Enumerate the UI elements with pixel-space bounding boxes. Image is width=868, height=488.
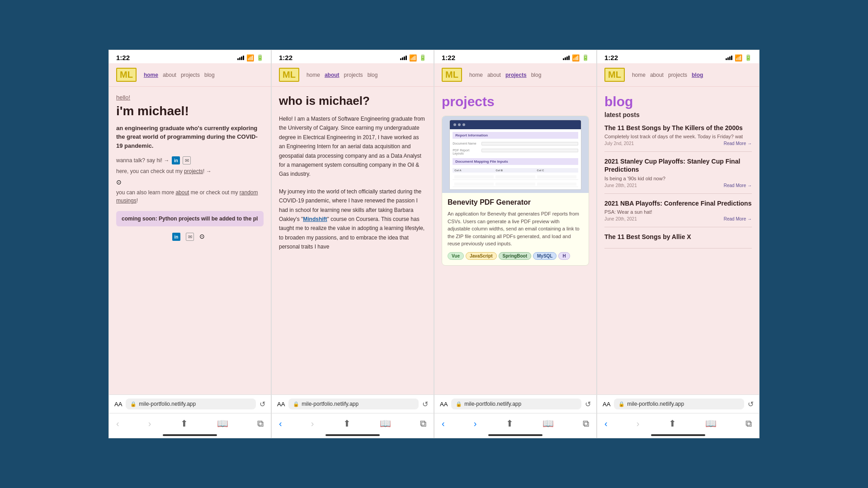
- nav-home-2[interactable]: home: [307, 72, 320, 78]
- nav-logo-1[interactable]: ML: [116, 68, 137, 82]
- battery-icon-4: 🔋: [745, 54, 752, 61]
- phone-blog: 1:22 📶 🔋 ML home about projects blog: [597, 50, 760, 438]
- about-link-text[interactable]: about: [175, 189, 189, 196]
- forward-button-3[interactable]: ›: [474, 418, 477, 429]
- linkedin-icon[interactable]: in: [172, 156, 180, 164]
- read-more-2[interactable]: Read More →: [724, 183, 752, 188]
- bottom-mail-icon[interactable]: ✉: [186, 233, 194, 241]
- forward-button-2[interactable]: ›: [311, 418, 314, 429]
- nav-home-1[interactable]: home: [144, 72, 158, 78]
- bookmarks-button-1[interactable]: 📖: [217, 418, 228, 429]
- share-button-3[interactable]: ⬆: [506, 418, 514, 429]
- aa-button-1[interactable]: AA: [114, 401, 122, 408]
- aa-button-2[interactable]: AA: [277, 401, 285, 408]
- forward-button-1[interactable]: ›: [148, 418, 151, 429]
- nav-about-4[interactable]: about: [650, 72, 664, 78]
- github-icon[interactable]: ⊙: [116, 178, 124, 187]
- back-button-2[interactable]: ‹: [279, 418, 282, 429]
- nav-about-2[interactable]: about: [325, 72, 340, 78]
- bookmarks-button-4[interactable]: 📖: [705, 418, 717, 429]
- about-body-1: Hello! I am a Masters of Software Engine…: [279, 114, 426, 179]
- nav-logo-3[interactable]: ML: [442, 68, 462, 82]
- status-bar-3: 1:22 📶 🔋: [434, 50, 596, 63]
- blog-post-title-3[interactable]: 2021 NBA Playoffs: Conference Final Pred…: [604, 199, 752, 207]
- status-time-3: 1:22: [442, 54, 455, 61]
- blog-post-excerpt-1: Completely lost track of days of the wee…: [604, 134, 752, 139]
- blog-post-title-1[interactable]: The 11 Best Songs by The Killers of the …: [604, 124, 752, 132]
- forward-button-4[interactable]: ›: [637, 418, 640, 429]
- tag-h: H: [558, 252, 570, 260]
- back-button-1[interactable]: ‹: [116, 418, 119, 429]
- blog-content: blog latest posts The 11 Best Songs by T…: [597, 87, 759, 394]
- signal-icon-3: [563, 56, 570, 60]
- tabs-button-2[interactable]: ⧉: [420, 418, 426, 429]
- reload-button-1[interactable]: ↺: [259, 400, 265, 408]
- status-icons-2: 📶 🔋: [400, 54, 426, 61]
- tabs-button-3[interactable]: ⧉: [583, 418, 589, 429]
- url-field-1[interactable]: 🔒 mile-portfolio.netlify.app: [126, 399, 256, 409]
- bottom-linkedin-icon[interactable]: in: [172, 233, 180, 241]
- bottom-github-icon[interactable]: ⊙: [199, 233, 208, 241]
- reload-button-2[interactable]: ↺: [422, 400, 428, 408]
- project-info-1: Benevity PDF Generator An application fo…: [442, 193, 589, 265]
- tabs-button-4[interactable]: ⧉: [745, 418, 752, 429]
- url-bar-1: AA 🔒 mile-portfolio.netlify.app ↺: [109, 394, 271, 413]
- back-button-3[interactable]: ‹: [442, 418, 445, 429]
- tag-vue: Vue: [448, 252, 464, 260]
- reload-button-3[interactable]: ↺: [585, 400, 591, 408]
- blog-post-excerpt-2: Is being a '90s kid old now?: [604, 176, 752, 181]
- projects-link-text[interactable]: projects: [184, 168, 203, 174]
- projects-page-title: projects: [442, 94, 589, 109]
- url-field-3[interactable]: 🔒 mile-portfolio.netlify.app: [451, 399, 581, 409]
- tech-tags-1: Vue JavaScript SpringBoot MySQL H: [448, 252, 583, 260]
- wifi-icon-3: 📶: [572, 54, 580, 61]
- aa-button-3[interactable]: AA: [440, 401, 448, 408]
- bookmarks-button-2[interactable]: 📖: [380, 418, 391, 429]
- mail-icon[interactable]: ✉: [183, 156, 191, 164]
- nav-home-4[interactable]: home: [632, 72, 646, 78]
- nav-logo-4[interactable]: ML: [604, 68, 625, 82]
- projects-content: projects Report Information Document Nam…: [434, 87, 596, 394]
- nav-projects-2[interactable]: projects: [344, 72, 363, 78]
- url-field-4[interactable]: 🔒 mile-portfolio.netlify.app: [614, 399, 744, 409]
- nav-projects-4[interactable]: projects: [668, 72, 687, 78]
- nav-logo-2[interactable]: ML: [279, 68, 299, 82]
- bookmarks-button-3[interactable]: 📖: [542, 418, 554, 429]
- nav-projects-1[interactable]: projects: [181, 72, 200, 78]
- nav-bar-4: ML home about projects blog: [597, 63, 759, 87]
- status-time-4: 1:22: [604, 54, 618, 61]
- reload-button-4[interactable]: ↺: [748, 400, 754, 408]
- nav-projects-3[interactable]: projects: [505, 72, 527, 78]
- aa-button-4[interactable]: AA: [603, 401, 610, 408]
- back-button-4[interactable]: ‹: [604, 418, 608, 429]
- status-bar-4: 1:22 📶 🔋: [597, 50, 759, 63]
- nav-blog-4[interactable]: blog: [692, 72, 703, 78]
- mockup-section-2: Document Mapping File Inputs: [453, 158, 578, 165]
- tabs-button-1[interactable]: ⧉: [257, 418, 264, 429]
- nav-blog-2[interactable]: blog: [368, 72, 378, 78]
- contact-text: wanna talk? say hi! →: [116, 157, 169, 164]
- read-more-1[interactable]: Read More →: [724, 141, 752, 146]
- tag-springboot: SpringBoot: [499, 252, 531, 260]
- nav-home-3[interactable]: home: [469, 72, 483, 78]
- share-button-2[interactable]: ⬆: [343, 418, 351, 429]
- status-bar-1: 1:22 📶 🔋: [109, 50, 271, 63]
- blog-post-title-2[interactable]: 2021 Stanley Cup Playoffs: Stanley Cup F…: [604, 157, 752, 174]
- read-more-3[interactable]: Read More →: [724, 216, 752, 221]
- coming-soon-text: coming soon: Python projects will be add…: [122, 216, 258, 222]
- home-indicator-3: [434, 432, 596, 438]
- status-time-1: 1:22: [116, 54, 130, 61]
- share-button-4[interactable]: ⬆: [669, 418, 676, 429]
- blog-post-title-4[interactable]: The 11 Best Songs by Allie X: [604, 233, 752, 241]
- url-text-3: mile-portfolio.netlify.app: [464, 401, 521, 407]
- nav-blog-3[interactable]: blog: [531, 72, 542, 78]
- nav-links-2: home about projects blog: [307, 72, 426, 78]
- nav-blog-1[interactable]: blog: [204, 72, 215, 78]
- hero-title: i'm michael!: [116, 104, 264, 118]
- blog-post-3: 2021 NBA Playoffs: Conference Final Pred…: [604, 199, 752, 227]
- nav-about-3[interactable]: about: [487, 72, 501, 78]
- share-button-1[interactable]: ⬆: [180, 418, 188, 429]
- url-field-2[interactable]: 🔒 mile-portfolio.netlify.app: [288, 399, 419, 409]
- nav-about-1[interactable]: about: [163, 72, 176, 78]
- mindshift-link[interactable]: Mindshift: [303, 216, 327, 222]
